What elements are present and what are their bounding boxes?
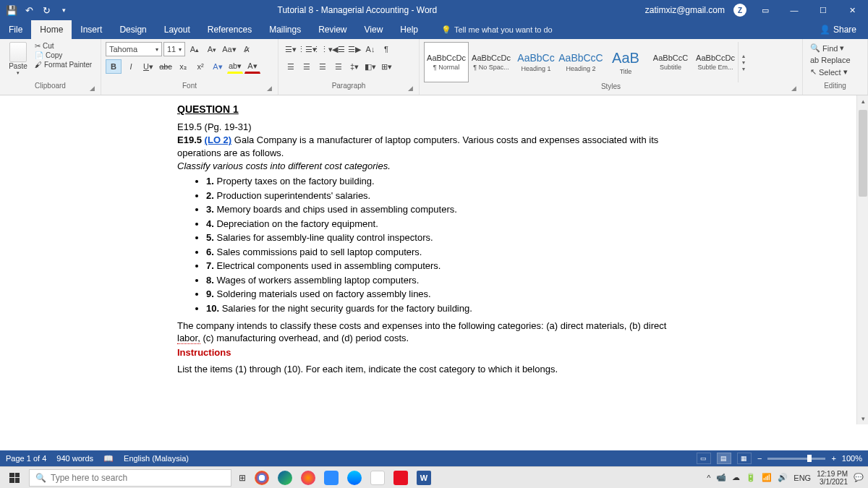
shrink-font-button[interactable]: A▾ bbox=[204, 42, 220, 56]
spell-check-icon[interactable]: 📖 bbox=[103, 454, 114, 463]
word-icon[interactable]: W bbox=[417, 471, 431, 485]
justify-button[interactable]: ☰ bbox=[331, 59, 346, 74]
maximize-icon[interactable]: ☐ bbox=[813, 6, 833, 15]
zoom-icon[interactable] bbox=[324, 471, 339, 485]
align-left-button[interactable]: ☰ bbox=[283, 59, 299, 74]
styles-more-button[interactable]: ▴▾▾ bbox=[738, 42, 748, 82]
select-button[interactable]: ↖Select ▾ bbox=[810, 67, 851, 77]
line-spacing-button[interactable]: ‡▾ bbox=[346, 59, 362, 74]
share-button[interactable]: 👤 Share bbox=[820, 25, 868, 35]
style-item[interactable]: AaBbCcHeading 1 bbox=[514, 42, 558, 82]
document-area[interactable]: QUESTION 1 E19.5 (Pg. 19-31) E19.5 (LO 2… bbox=[0, 95, 868, 424]
print-layout-button[interactable]: ▤ bbox=[717, 453, 731, 464]
tab-design[interactable]: Design bbox=[111, 20, 155, 39]
style-item[interactable]: AaBbCcDc¶ Normal bbox=[424, 42, 469, 82]
tab-file[interactable]: File bbox=[0, 20, 31, 39]
zoom-level[interactable]: 100% bbox=[842, 454, 862, 463]
align-right-button[interactable]: ☰ bbox=[315, 59, 331, 74]
dialog-launcher-icon[interactable]: ◢ bbox=[90, 85, 95, 92]
text-effects-button[interactable]: A▾ bbox=[210, 59, 226, 74]
align-center-button[interactable]: ☰ bbox=[299, 59, 315, 74]
cut-button[interactable]: ✂Cut bbox=[35, 42, 92, 50]
tray-expand-icon[interactable]: ^ bbox=[707, 474, 710, 482]
undo-icon[interactable]: ↶ bbox=[23, 4, 35, 16]
close-icon[interactable]: ✕ bbox=[842, 6, 862, 15]
replace-button[interactable]: abReplace bbox=[810, 56, 851, 64]
word-count[interactable]: 940 words bbox=[56, 454, 93, 463]
find-button[interactable]: 🔍Find ▾ bbox=[810, 43, 851, 53]
highlight-button[interactable]: ab▾ bbox=[227, 59, 243, 74]
tab-references[interactable]: References bbox=[199, 20, 260, 39]
dialog-launcher-icon[interactable]: ◢ bbox=[791, 85, 796, 92]
groove-icon[interactable] bbox=[393, 471, 408, 485]
style-item[interactable]: AaBbCcDcSubtle Em... bbox=[693, 42, 738, 82]
style-item[interactable]: AaBbCcCSubtitle bbox=[648, 42, 693, 82]
strikethrough-button[interactable]: abc bbox=[158, 59, 174, 74]
tab-help[interactable]: Help bbox=[391, 20, 427, 39]
zoom-out-button[interactable]: − bbox=[757, 454, 762, 463]
user-email[interactable]: zatimxiz@gmail.com bbox=[645, 5, 725, 15]
firefox-icon[interactable] bbox=[301, 471, 315, 485]
start-button[interactable] bbox=[4, 469, 25, 487]
page-count[interactable]: Page 1 of 4 bbox=[6, 454, 46, 463]
dialog-launcher-icon[interactable]: ◢ bbox=[408, 85, 413, 92]
tab-view[interactable]: View bbox=[356, 20, 392, 39]
italic-button[interactable]: I bbox=[123, 59, 139, 74]
multilevel-button[interactable]: ⋮⋮▾ bbox=[315, 42, 331, 56]
paste-button[interactable]: Paste ▾ bbox=[4, 42, 32, 76]
minimize-icon[interactable]: — bbox=[784, 6, 804, 14]
wifi-icon[interactable]: 📶 bbox=[762, 473, 772, 482]
show-marks-button[interactable]: ¶ bbox=[378, 42, 394, 56]
document-page[interactable]: QUESTION 1 E19.5 (Pg. 19-31) E19.5 (LO 2… bbox=[134, 95, 734, 424]
chrome-icon[interactable] bbox=[255, 471, 269, 485]
font-size-select[interactable]: 11▾ bbox=[163, 42, 185, 56]
subscript-button[interactable]: x₂ bbox=[175, 59, 191, 74]
tab-review[interactable]: Review bbox=[310, 20, 355, 39]
onedrive-icon[interactable]: ☁ bbox=[732, 473, 740, 482]
underline-button[interactable]: U▾ bbox=[140, 59, 156, 74]
bold-button[interactable]: B bbox=[106, 59, 122, 74]
scroll-down-icon[interactable]: ▾ bbox=[857, 413, 868, 424]
web-layout-button[interactable]: ▦ bbox=[737, 453, 752, 464]
font-name-select[interactable]: Tahoma▾ bbox=[106, 42, 162, 56]
task-view-icon[interactable]: ⊞ bbox=[239, 473, 246, 483]
language-status[interactable]: English (Malaysia) bbox=[124, 454, 189, 463]
change-case-button[interactable]: Aa▾ bbox=[221, 42, 237, 56]
meet-now-icon[interactable]: 📹 bbox=[716, 473, 726, 482]
qat-dropdown-icon[interactable]: ▾ bbox=[58, 4, 69, 16]
tab-mailings[interactable]: Mailings bbox=[260, 20, 310, 39]
style-item[interactable]: AaBbCcCHeading 2 bbox=[558, 42, 603, 82]
dialog-launcher-icon[interactable]: ◢ bbox=[267, 85, 272, 92]
tab-layout[interactable]: Layout bbox=[156, 20, 199, 39]
app-icon[interactable] bbox=[347, 471, 362, 485]
borders-button[interactable]: ⊞▾ bbox=[378, 59, 394, 74]
decrease-indent-button[interactable]: ◀☰ bbox=[331, 42, 346, 56]
user-avatar[interactable]: Z bbox=[733, 4, 746, 17]
redo-icon[interactable]: ↻ bbox=[41, 4, 52, 16]
tab-insert[interactable]: Insert bbox=[72, 20, 111, 39]
scroll-thumb[interactable] bbox=[859, 110, 867, 197]
increase-indent-button[interactable]: ☰▶ bbox=[346, 42, 362, 56]
format-painter-button[interactable]: 🖌Format Painter bbox=[35, 61, 92, 69]
ribbon-options-icon[interactable]: ▭ bbox=[755, 6, 775, 15]
scroll-up-icon[interactable]: ▴ bbox=[857, 95, 868, 107]
copy-button[interactable]: 📄Copy bbox=[35, 51, 92, 59]
battery-icon[interactable]: 🔋 bbox=[746, 473, 756, 482]
shading-button[interactable]: ◧▾ bbox=[362, 59, 378, 74]
superscript-button[interactable]: x² bbox=[192, 59, 208, 74]
edge-icon[interactable] bbox=[278, 471, 292, 485]
save-icon[interactable]: 💾 bbox=[6, 4, 17, 16]
language-indicator[interactable]: ENG bbox=[793, 474, 811, 482]
sort-button[interactable]: A↓ bbox=[362, 42, 378, 56]
zoom-slider[interactable] bbox=[767, 458, 825, 460]
font-color-button[interactable]: A▾ bbox=[244, 59, 260, 74]
zoom-in-button[interactable]: + bbox=[831, 454, 835, 463]
vertical-scrollbar[interactable]: ▴ ▾ bbox=[856, 95, 868, 424]
grow-font-button[interactable]: A▴ bbox=[187, 42, 203, 56]
read-mode-button[interactable]: ▭ bbox=[697, 453, 711, 464]
taskbar-search[interactable]: 🔍 Type here to search bbox=[29, 469, 231, 487]
tab-home[interactable]: Home bbox=[31, 20, 72, 39]
clock[interactable]: 12:19 PM 3/1/2021 bbox=[817, 470, 848, 486]
style-item[interactable]: AaBbCcDc¶ No Spac... bbox=[469, 42, 514, 82]
snip-icon[interactable] bbox=[370, 471, 385, 485]
